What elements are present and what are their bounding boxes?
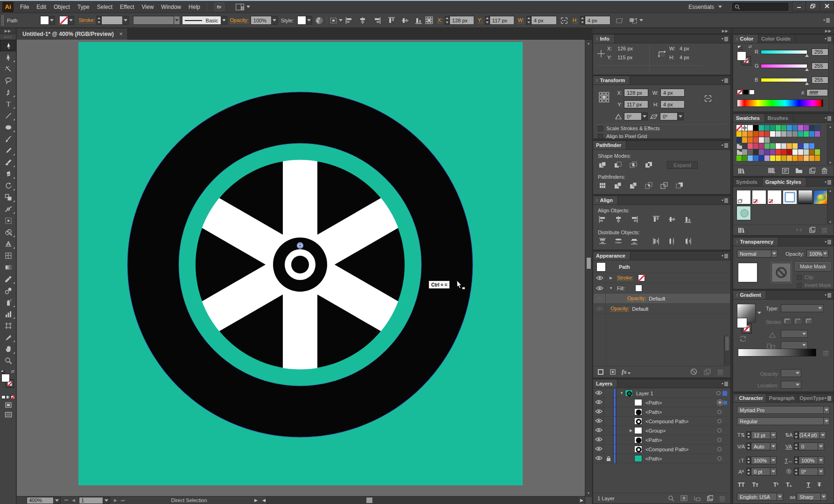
lock-toggle[interactable] <box>604 389 613 398</box>
menu-window[interactable]: Window <box>157 1 185 13</box>
canvas[interactable]: Ctrl + = <box>17 40 592 496</box>
rotate-dropdown[interactable] <box>642 112 648 120</box>
duplicate-item-icon[interactable] <box>704 369 711 375</box>
blend-mode-dropdown[interactable] <box>771 250 778 258</box>
default-style[interactable] <box>736 190 751 204</box>
swatch-color[interactable] <box>742 155 748 161</box>
swatch-color[interactable] <box>781 125 787 131</box>
align-top-icon[interactable] <box>652 216 660 223</box>
new-swatch-icon[interactable] <box>809 168 815 174</box>
stroke-color-dropdown[interactable] <box>68 16 74 25</box>
swatches-scrollbar[interactable]: ▲ ▼ <box>827 124 833 165</box>
g-value[interactable]: 255 <box>812 63 828 70</box>
language-select[interactable]: English: USA <box>737 493 777 501</box>
toolbar-collapse-button[interactable]: ▶▶ <box>0 28 16 34</box>
white-swatch[interactable] <box>749 90 755 95</box>
hscroll-right-arrow[interactable]: ▶ <box>580 498 583 503</box>
lock-toggle[interactable] <box>604 435 613 444</box>
font-size-field[interactable]: 12 pt <box>751 431 771 439</box>
swatch-color[interactable] <box>781 143 787 149</box>
appearance-fill-opacity-row[interactable]: Opacity: Default <box>594 294 730 304</box>
w-label[interactable]: W: <box>518 17 524 23</box>
language-dropdown[interactable] <box>777 493 783 501</box>
swatch-color[interactable] <box>748 125 753 131</box>
shear-select[interactable]: 0° <box>660 112 678 120</box>
delete-swatch-icon[interactable] <box>821 168 827 174</box>
constrain-icon[interactable] <box>704 95 712 102</box>
swatch-color[interactable] <box>742 149 748 155</box>
swatch-color[interactable] <box>748 149 753 155</box>
layer-name[interactable]: <Compound Path> <box>645 447 688 452</box>
swatch-color[interactable] <box>759 131 764 137</box>
arrange-documents-button[interactable] <box>235 3 250 11</box>
variable-width-profile-dropdown[interactable] <box>174 16 180 25</box>
none-mode-button[interactable] <box>11 395 15 399</box>
constrain-proportions-icon[interactable] <box>561 17 568 24</box>
swatch-color[interactable] <box>804 149 809 155</box>
align-bottom-icon[interactable] <box>684 216 692 223</box>
caret-right-icon[interactable]: ▶ <box>628 428 634 433</box>
anti-alias-dropdown[interactable] <box>821 493 827 501</box>
swatch-color[interactable] <box>748 155 753 161</box>
restore-button[interactable] <box>806 1 820 11</box>
hscroll-left-arrow[interactable]: ◀ <box>262 498 266 503</box>
swatch-color[interactable] <box>787 131 792 137</box>
panel-menu-icon[interactable] <box>721 78 729 83</box>
swatch-color[interactable] <box>781 131 787 137</box>
opacity-link[interactable]: Opacity: <box>610 306 629 312</box>
swap-fill-stroke-icon[interactable]: ⇄ <box>11 369 14 374</box>
appearance-stroke-row[interactable]: ▶ Stroke: <box>594 273 730 283</box>
artboard-tool[interactable] <box>0 320 16 331</box>
swatch-registration[interactable] <box>742 125 748 131</box>
delete-style-icon[interactable] <box>821 227 827 233</box>
layer-name[interactable]: <Path> <box>645 456 662 462</box>
stroke-width-field[interactable] <box>101 16 123 25</box>
target-indicator[interactable] <box>717 419 722 423</box>
swatch-color[interactable] <box>753 137 759 143</box>
panel-menu-icon[interactable] <box>721 253 729 259</box>
baseline-stepper[interactable] <box>746 468 751 476</box>
layer-row-layer-1[interactable]: ▼Layer 1 <box>594 389 730 398</box>
swatch-color[interactable] <box>748 143 753 149</box>
rotate-tool[interactable] <box>0 180 16 191</box>
layer-row-path[interactable]: <Path> <box>594 398 730 407</box>
h-label[interactable]: H: <box>573 17 578 23</box>
layer-row-compound-path[interactable]: <Compound Path> <box>594 417 730 426</box>
panel-menu-icon[interactable] <box>824 116 832 121</box>
transform-h-field[interactable]: 4 px <box>660 100 685 108</box>
transform-menu-icon[interactable] <box>329 17 337 24</box>
minimize-button[interactable] <box>792 1 806 11</box>
hex-field[interactable]: ffffff <box>806 89 828 96</box>
strikethrough-button[interactable]: Ŧ <box>818 482 821 488</box>
reference-point-icon[interactable] <box>425 16 433 24</box>
swatch-color[interactable] <box>764 149 770 155</box>
target-indicator[interactable] <box>716 391 721 395</box>
new-style-icon[interactable] <box>809 227 815 233</box>
swatch-color[interactable] <box>770 125 776 131</box>
layer-thumbnail[interactable] <box>634 418 642 425</box>
new-sublayer-icon[interactable] <box>694 495 701 501</box>
swatch-color[interactable] <box>787 143 792 149</box>
layer-row-group[interactable]: ▶<Group> <box>594 426 730 435</box>
document-tab[interactable]: Untitled-1* @ 400% (RGB/Preview) × <box>17 28 128 40</box>
swatch-color[interactable] <box>787 125 792 131</box>
layer-row-path[interactable]: <Path> <box>594 454 730 463</box>
previous-artboard-icon[interactable]: ◀ <box>72 498 75 503</box>
visibility-toggle[interactable] <box>594 435 604 444</box>
lock-toggle[interactable] <box>604 454 613 463</box>
font-style-select[interactable]: Regular <box>737 417 824 425</box>
panel-menu-icon[interactable] <box>721 143 729 148</box>
align-right-icon[interactable] <box>631 216 638 223</box>
symbols-panel-tab[interactable]: Symbols <box>733 178 763 186</box>
h-field[interactable]: 4 px <box>585 16 610 25</box>
fill-color-swatch[interactable] <box>40 16 49 25</box>
gradient-fill-proxy[interactable] <box>737 318 747 328</box>
status-menu-arrow[interactable]: ▶ <box>254 498 258 503</box>
last-artboard-icon[interactable]: ⏭ <box>121 498 125 503</box>
swatch-color[interactable] <box>764 155 770 161</box>
transparency-opacity-select[interactable]: 100% <box>806 250 822 258</box>
layer-thumbnail[interactable] <box>634 408 642 415</box>
swatch-color[interactable] <box>748 137 753 143</box>
appearance-panel-tab[interactable]: Appearance <box>593 252 631 260</box>
variable-width-profile-select[interactable] <box>133 16 174 25</box>
